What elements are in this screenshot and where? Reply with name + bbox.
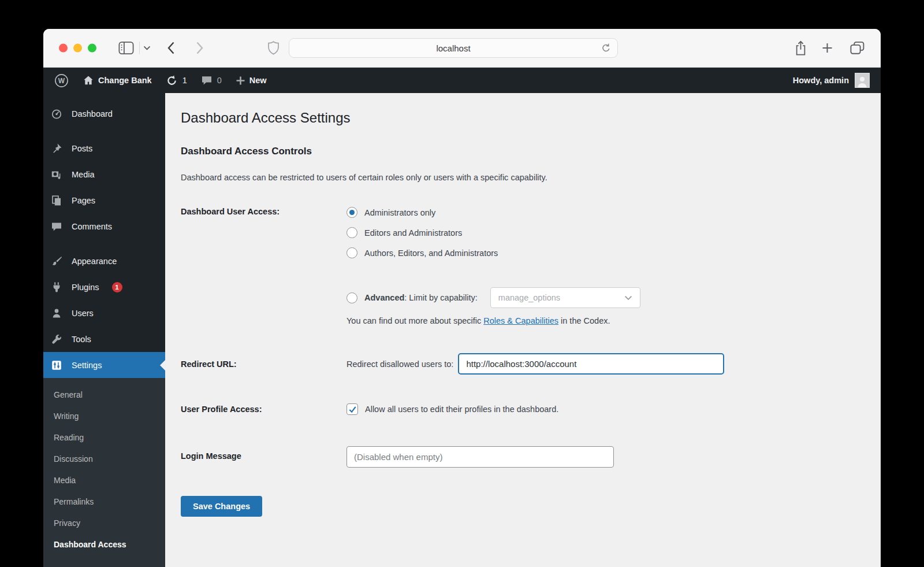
sidebar-item-tools[interactable]: Tools — [43, 326, 165, 352]
privacy-shield-icon[interactable] — [267, 41, 280, 55]
radio-administrators-only[interactable]: Administrators only — [346, 202, 858, 223]
updates-count: 1 — [182, 76, 187, 85]
back-button[interactable] — [167, 42, 175, 55]
sidebar-item-label: Media — [72, 170, 95, 179]
submenu-item-permalinks[interactable]: Permalinks — [43, 491, 165, 512]
redirect-row: Redirect URL: Redirect disallowed users … — [181, 353, 858, 375]
updates-icon — [166, 75, 178, 87]
submenu-item-dashboard-access[interactable]: Dashboard Access — [43, 533, 165, 555]
submenu-label: Dashboard Access — [54, 540, 126, 549]
redirect-url-input[interactable] — [458, 353, 724, 375]
profile-access-checkbox-option[interactable]: Allow all users to edit their profiles i… — [346, 403, 858, 415]
user-icon — [51, 307, 62, 319]
sidebar-item-pages[interactable]: Pages — [43, 187, 165, 213]
wp-logo-menu[interactable]: W — [49, 68, 74, 93]
profile-access-row: User Profile Access: Allow all users to … — [181, 403, 858, 415]
wp-admin-bar: W Change Bank 1 — [43, 68, 881, 93]
sidebar-item-posts[interactable]: Posts — [43, 135, 165, 161]
roles-capabilities-link[interactable]: Roles & Capabilities — [483, 316, 558, 325]
home-icon — [83, 75, 94, 86]
submenu-item-privacy[interactable]: Privacy — [43, 512, 165, 533]
sidebar-item-label: Comments — [72, 222, 112, 231]
sidebar-item-users[interactable]: Users — [43, 300, 165, 326]
submenu-item-discussion[interactable]: Discussion — [43, 448, 165, 469]
plugins-update-badge: 1 — [112, 282, 122, 292]
radio-authors-editors-administrators[interactable]: Authors, Editors, and Administrators — [346, 243, 858, 263]
submenu-label: Privacy — [54, 518, 80, 528]
sidebar-separator — [43, 239, 165, 248]
window-controls — [59, 44, 96, 53]
close-window-button[interactable] — [59, 44, 68, 53]
site-name-label: Change Bank — [98, 76, 152, 85]
capability-value: manage_options — [498, 293, 560, 302]
tab-overview-icon[interactable] — [850, 42, 865, 55]
checkbox-label: Allow all users to edit their profiles i… — [365, 405, 558, 414]
sidebar-item-label: Appearance — [72, 257, 117, 266]
refresh-icon[interactable] — [601, 43, 611, 53]
user-greeting: Howdy, admin — [793, 76, 849, 85]
radio-label: Administrators only — [364, 208, 435, 217]
submenu-item-general[interactable]: General — [43, 384, 165, 405]
updates-menu[interactable]: 1 — [161, 68, 192, 93]
admin-sidebar: Dashboard Posts Media — [43, 93, 165, 567]
section-heading: Dashboard Access Controls — [181, 146, 858, 157]
settings-sliders-icon — [51, 360, 62, 371]
new-label: New — [249, 76, 267, 85]
browser-window: localhost — [43, 29, 881, 567]
login-message-row: Login Message — [181, 446, 858, 468]
dashboard-gauge-icon — [51, 108, 62, 120]
wordpress-logo-icon: W — [54, 73, 69, 88]
save-changes-button[interactable]: Save Changes — [181, 496, 262, 517]
checkbox-checked-icon — [346, 403, 358, 415]
submenu-label: Discussion — [54, 454, 93, 464]
address-bar[interactable]: localhost — [289, 38, 618, 58]
radio-icon — [346, 207, 357, 218]
pages-icon — [51, 195, 62, 206]
admin-main: Dashboard Posts Media — [43, 93, 881, 567]
radio-icon — [346, 247, 357, 258]
forward-button[interactable] — [196, 42, 204, 55]
sidebar-item-label: Users — [72, 309, 94, 318]
access-label: Dashboard User Access: — [181, 202, 346, 263]
sidebar-item-dashboard[interactable]: Dashboard — [43, 101, 165, 127]
sidebar-item-label: Tools — [72, 335, 91, 344]
login-message-label: Login Message — [181, 446, 346, 468]
avatar — [855, 73, 870, 88]
zoom-window-button[interactable] — [88, 44, 96, 53]
chevron-down-icon[interactable] — [143, 46, 151, 51]
new-tab-icon[interactable] — [822, 43, 833, 54]
radio-editors-administrators[interactable]: Editors and Administrators — [346, 223, 858, 243]
submenu-item-reading[interactable]: Reading — [43, 427, 165, 448]
comments-bubble-icon — [201, 75, 213, 86]
sidebar-item-plugins[interactable]: Plugins 1 — [43, 274, 165, 300]
settings-submenu: General Writing Reading Discussion Media… — [43, 378, 165, 564]
radio-label: Editors and Administrators — [364, 228, 462, 238]
new-content-menu[interactable]: New — [230, 68, 272, 93]
share-icon[interactable] — [795, 40, 807, 56]
sidebar-item-label: Posts — [72, 144, 92, 153]
radio-label: Authors, Editors, and Administrators — [364, 249, 498, 258]
sidebar-item-comments[interactable]: Comments — [43, 213, 165, 239]
capability-select[interactable]: manage_options — [490, 287, 640, 308]
select-chevron-icon — [624, 295, 632, 301]
comments-count: 0 — [217, 76, 222, 85]
sidebar-fill — [43, 564, 165, 567]
account-menu[interactable]: Howdy, admin — [788, 68, 875, 93]
redirect-label: Redirect URL: — [181, 360, 346, 369]
sidebar-item-media[interactable]: Media — [43, 161, 165, 187]
site-name-menu[interactable]: Change Bank — [77, 68, 157, 93]
radio-advanced[interactable] — [346, 292, 357, 303]
submenu-item-media[interactable]: Media — [43, 469, 165, 491]
section-description: Dashboard access can be restricted to us… — [181, 173, 858, 182]
submenu-label: Media — [54, 476, 76, 485]
sidebar-item-settings[interactable]: Settings — [43, 352, 165, 378]
comments-menu[interactable]: 0 — [196, 68, 227, 93]
submenu-label: General — [54, 390, 83, 399]
minimize-window-button[interactable] — [73, 44, 82, 53]
save-row: Save Changes — [181, 496, 858, 517]
sidebar-toggle-icon[interactable] — [118, 42, 134, 55]
advanced-row: Advanced: Limit by capability: manage_op… — [181, 287, 858, 325]
sidebar-item-appearance[interactable]: Appearance — [43, 248, 165, 274]
submenu-item-writing[interactable]: Writing — [43, 405, 165, 427]
login-message-input[interactable] — [346, 446, 614, 468]
